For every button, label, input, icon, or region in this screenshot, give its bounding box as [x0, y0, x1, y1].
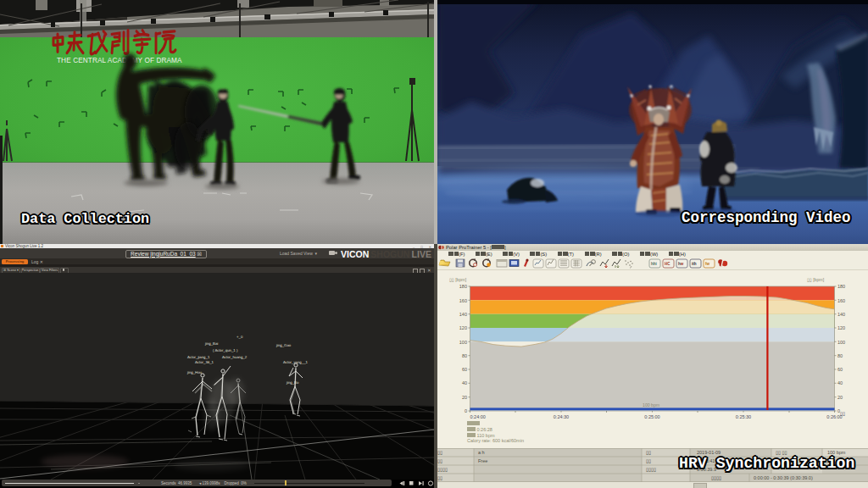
svg-text:160: 160: [837, 298, 845, 303]
svg-text:▯▯: ▯▯: [437, 450, 442, 455]
svg-text:hhi: hhi: [651, 262, 657, 266]
svg-text:160: 160: [459, 298, 467, 303]
svg-text:0: 0: [465, 408, 467, 413]
svg-text:jing_Hou: jing_Hou: [187, 370, 203, 374]
svg-text:jing_Bo: jing_Bo: [287, 380, 299, 385]
svg-text:fw: fw: [705, 262, 709, 266]
svg-text:▯▯ [bpm]: ▯▯ [bpm]: [449, 277, 467, 282]
svg-text:140: 140: [459, 312, 467, 317]
svg-text:140: 140: [837, 312, 845, 317]
svg-text:80: 80: [837, 353, 843, 358]
svg-text:▯▯: ▯▯: [437, 475, 442, 480]
svg-text:180: 180: [837, 284, 845, 289]
svg-text:60: 60: [462, 367, 467, 372]
svg-text:100: 100: [459, 340, 467, 345]
svg-text:0:24:00: 0:24:00: [470, 414, 486, 419]
svg-text:Free: Free: [478, 458, 487, 463]
svg-text:▯▯ [bpm]: ▯▯ [bpm]: [807, 277, 825, 282]
svg-text:▯▯: ▯▯: [646, 458, 651, 463]
svg-text:▯▯: ▯▯: [437, 458, 442, 463]
svg-text:40: 40: [837, 380, 843, 385]
svg-text:Actor_jiang_1: Actor_jiang_1: [187, 355, 209, 359]
svg-text:20: 20: [462, 395, 467, 400]
svg-text:▯▯▯▯: ▯▯▯▯: [646, 467, 656, 472]
svg-text:a h: a h: [478, 450, 485, 455]
svg-text:( Actor_qun_1 ): ( Actor_qun_1 ): [213, 348, 237, 352]
svg-text:60: 60: [837, 367, 843, 372]
svg-text:40: 40: [462, 380, 467, 385]
svg-text:▯▯▯▯: ▯▯▯▯: [437, 467, 448, 472]
svg-text:120: 120: [837, 325, 845, 330]
svg-text:Actor_yang__1: Actor_yang__1: [283, 360, 308, 364]
svg-text:hw: hw: [678, 262, 684, 266]
svg-text:180: 180: [459, 284, 467, 289]
svg-text:0:00:00 - 0:30:39 (0:30:39.0): 0:00:00 - 0:30:39 (0:30:39.0): [754, 475, 813, 480]
svg-text:▯▯: ▯▯: [646, 450, 651, 455]
svg-text:jing_Bai: jing_Bai: [205, 341, 219, 346]
svg-text:120: 120: [459, 325, 467, 330]
svg-text:HC: HC: [665, 262, 670, 266]
svg-text:▯▯: ▯▯: [840, 411, 845, 416]
svg-text:Actor_huang_2: Actor_huang_2: [222, 355, 247, 359]
svg-text:▯▯▯▯: ▯▯▯▯: [711, 475, 721, 480]
svg-text:Actor_36_1: Actor_36_1: [195, 360, 214, 364]
svg-text:80: 80: [462, 353, 467, 358]
svg-text:0:25:00: 0:25:00: [644, 414, 659, 419]
svg-text:0:24:30: 0:24:30: [554, 414, 569, 419]
svg-text:100 bpm: 100 bpm: [643, 402, 659, 408]
svg-text:20: 20: [837, 395, 843, 400]
svg-text:100: 100: [837, 340, 845, 345]
svg-text:+_0: +_0: [236, 335, 242, 339]
svg-text:ith: ith: [692, 262, 697, 266]
svg-text:0:25:30: 0:25:30: [736, 414, 751, 419]
svg-text:jing_Gao: jing_Gao: [276, 343, 292, 347]
